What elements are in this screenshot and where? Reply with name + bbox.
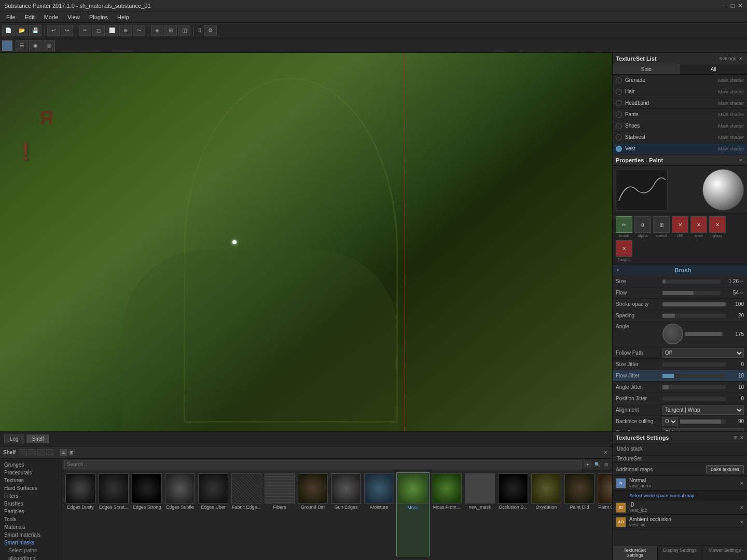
menu-view[interactable]: View [63, 13, 84, 21]
tool-smudge[interactable]: 〜 [133, 25, 145, 36]
shelf-view-btn1[interactable]: ≡ [60, 449, 67, 456]
tool-clone[interactable]: ⊕ [119, 25, 132, 36]
prop-stroke-slider[interactable] [662, 302, 726, 306]
shelf-item-moisture[interactable]: Moisture [363, 472, 395, 556]
shelf-cat-filters[interactable]: Filters [0, 492, 62, 500]
shelf-item-edgesuber[interactable]: Edges Uber [197, 472, 229, 556]
shelf-item-edgesdusty[interactable]: Edges Dusty [64, 472, 96, 556]
menu-plugins[interactable]: Plugins [85, 13, 112, 21]
tool-fill[interactable]: ⬜ [106, 25, 118, 36]
shelf-item-edgesstrong[interactable]: Edges Strong [131, 472, 163, 556]
angle-knob[interactable] [662, 324, 683, 344]
shelf-item-gunedges[interactable]: Gun Edges [330, 472, 362, 556]
shelf-view-btn2[interactable]: ⊞ [68, 449, 75, 456]
brush-icon-gloss[interactable]: ✕ gloss [709, 216, 726, 238]
ts-worldspace-label[interactable]: Select world space normal map [629, 493, 695, 498]
tool-paint[interactable]: ✏ [79, 25, 91, 36]
ts-item-pants[interactable]: Pants Main shader [613, 109, 747, 120]
angle-slider[interactable] [685, 332, 724, 336]
minimize-button[interactable]: ─ [723, 2, 728, 9]
ts-item-headband[interactable]: Headband Main shader [613, 97, 747, 109]
t2-btn1[interactable]: ☰ [16, 40, 28, 51]
shelf-item-occlusionS[interactable]: Occlusion S... [497, 472, 529, 556]
shelf-cat-brushes[interactable]: Brushes [0, 500, 62, 508]
prop-flow-slider[interactable] [662, 291, 721, 295]
menu-file[interactable]: File [2, 13, 20, 21]
shelf-item-edgessubtle[interactable]: Edges Subtle [164, 472, 196, 556]
tool-3d[interactable]: ◈ [151, 25, 163, 36]
shelf-cat-smartmasks[interactable]: Smart masks [0, 539, 62, 547]
shelf-search-input[interactable] [64, 460, 582, 469]
shelf-cat-smartmats[interactable]: Smart materials [0, 531, 62, 539]
ts-item-stabvest[interactable]: Stabvest Main shader [613, 132, 747, 143]
shelf-close[interactable]: ✕ [602, 449, 609, 456]
brush-icon-diff[interactable]: ✕ diff [672, 216, 688, 238]
shelf-item-fibers[interactable]: Fibers [264, 472, 296, 556]
tool-save[interactable]: 💾 [29, 25, 42, 36]
ts-ctrl1[interactable]: ⊞ [734, 435, 738, 440]
shelf-search-icon[interactable]: 🔍 [593, 461, 601, 468]
ts-tab-viewer[interactable]: Viewer Settings [702, 545, 747, 560]
close-button[interactable]: ✕ [738, 2, 743, 9]
brush-settings[interactable]: ⚙ [204, 25, 217, 36]
maximize-button[interactable]: □ [731, 2, 735, 9]
shelf-item-fabricedge[interactable]: Fabric Edge... [230, 472, 262, 556]
prop-posj-slider[interactable] [662, 397, 726, 401]
shelf-item-paintold[interactable]: Paint Old [563, 472, 596, 556]
tool-open[interactable]: 📂 [16, 25, 28, 36]
shelf-ctrl-2[interactable] [29, 449, 36, 456]
tool-redo[interactable]: ↪ [61, 25, 73, 36]
prop-follow-select[interactable]: OffOn [662, 348, 744, 358]
shelf-cat-materials[interactable]: Materials [0, 523, 62, 531]
ts-item-grenade[interactable]: Grenade Main shader [613, 75, 747, 86]
shelf-item-mossfrom[interactable]: Moss From... [431, 472, 463, 556]
shelf-cat-procedurals[interactable]: Procedurals [0, 469, 62, 477]
shelf-ctrl-3[interactable] [37, 449, 45, 456]
shelf-cat-hardsurfaces[interactable]: Hard Surfaces [0, 484, 62, 492]
shelf-subcat-selectpaths[interactable]: Select paths [0, 547, 62, 554]
prop-backface-slider[interactable] [680, 419, 726, 424]
ts-item-shoes[interactable]: Shoes Main shader [613, 120, 747, 132]
prop-size-edit[interactable]: ✏ [740, 279, 744, 284]
ts-settings-close[interactable]: ✕ [740, 435, 744, 440]
brush-icon-alpha[interactable]: α alpha [634, 216, 651, 238]
shelf-cat-tools[interactable]: Tools [0, 515, 62, 523]
tool-new[interactable]: 📄 [2, 25, 15, 36]
shelf-item-edgesscrat[interactable]: Edges Scrat... [98, 472, 130, 556]
menu-mode[interactable]: Mode [40, 13, 63, 21]
brush-icon-stencil[interactable]: ⊞ stencil [653, 216, 670, 238]
prop-size-slider[interactable] [662, 279, 721, 284]
shelf-cat-textures[interactable]: Textures [0, 477, 62, 484]
shelf-item-grounddirt[interactable]: Ground Dirt [297, 472, 329, 556]
shelf-subcat-allegorthmic[interactable]: allegorthmic [0, 554, 62, 560]
prop-spacing-slider[interactable] [662, 314, 726, 318]
ts-tab-all[interactable]: All [680, 64, 748, 74]
shelf-ctrl-1[interactable] [20, 449, 27, 456]
t2-btn3[interactable]: ◎ [43, 40, 55, 51]
ts-settings-btn[interactable]: Settings [719, 56, 736, 61]
ts-tab-settings[interactable]: TextureSet Settings [613, 545, 658, 560]
prop-backface-select[interactable]: On [662, 417, 678, 426]
ts-map-normal-close[interactable]: ✕ [740, 481, 744, 486]
prop-close[interactable]: ✕ [738, 157, 744, 163]
shelf-cat-grunges[interactable]: Grunges [0, 461, 62, 469]
shelf-add-btn[interactable]: + [584, 461, 591, 468]
ts-tab-display[interactable]: Display Settings [658, 545, 703, 560]
ts-item-hair[interactable]: Hair Main shader [613, 86, 747, 97]
t2-btn2[interactable]: ◉ [29, 40, 42, 51]
prop-sizej-slider[interactable] [662, 362, 726, 367]
tab-shelf[interactable]: Shelf [26, 435, 50, 443]
tool-uv[interactable]: ⊞ [164, 25, 177, 36]
prop-flowj-slider[interactable] [662, 374, 726, 378]
ts-item-vest[interactable]: Vest Main shader [613, 143, 747, 155]
ts-map-id-close[interactable]: ✕ [740, 505, 744, 510]
shelf-grid-icon[interactable]: ⊞ [603, 461, 610, 468]
titlebar-controls[interactable]: ─ □ ✕ [723, 2, 743, 9]
ts-bake-btn[interactable]: Bake textures [706, 465, 744, 473]
shelf-item-oxydation[interactable]: Oxydation [530, 472, 562, 556]
menu-edit[interactable]: Edit [21, 13, 39, 21]
shelf-item-newmask[interactable]: new_mask [464, 472, 496, 556]
prop-anglej-slider[interactable] [662, 385, 726, 389]
menu-help[interactable]: Help [113, 13, 133, 21]
brush-section-header[interactable]: ▼ Brush [613, 264, 747, 276]
